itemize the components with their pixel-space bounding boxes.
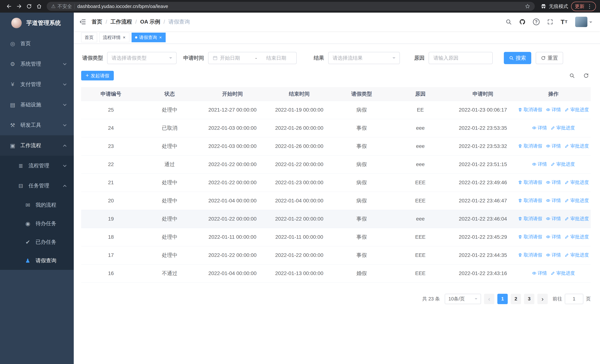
action-detail-link[interactable]: 详情 (546, 107, 561, 113)
action-detail-link[interactable]: 详情 (546, 234, 561, 240)
action-detail-link[interactable]: 详情 (546, 143, 561, 149)
create-leave-button[interactable]: + 发起请假 (81, 71, 114, 80)
table-row: 17处理中2022-01-22 00:00:002022-01-22 00:00… (81, 246, 591, 264)
sidebar-item-leave-query[interactable]: ♟请假查询 (0, 251, 74, 270)
goto-page-input[interactable] (565, 294, 583, 304)
action-cancel-link[interactable]: 取消请假 (518, 107, 542, 113)
page-size-select[interactable]: 10条/页 (445, 294, 481, 304)
table-tools (569, 73, 589, 78)
end-date-placeholder: 结束日期 (260, 55, 292, 61)
home-icon[interactable] (34, 1, 44, 11)
back-icon[interactable] (4, 1, 14, 11)
column-header: 开始时间 (199, 87, 266, 101)
action-progress-link[interactable]: 审批进度 (551, 161, 575, 167)
page-button-1[interactable]: 1 (497, 294, 508, 304)
sidebar-item-infrastructure[interactable]: ▤基础设施 (0, 94, 74, 115)
github-icon[interactable] (519, 19, 525, 25)
action-cancel-link[interactable]: 取消请假 (518, 234, 542, 240)
search-toggle-icon[interactable] (569, 73, 575, 78)
action-cancel-link[interactable]: 取消请假 (518, 143, 542, 149)
sidebar-item-process-mgmt[interactable]: ≣流程管理 (0, 156, 74, 176)
filter-leave-type: 请假类型 请选择请假类型 (81, 52, 177, 64)
action-cancel-link[interactable]: 取消请假 (518, 215, 542, 222)
leave-type-select[interactable]: 请选择请假类型 (107, 52, 177, 64)
action-progress-link[interactable]: 审批进度 (565, 197, 589, 204)
action-progress-link[interactable]: 审批进度 (565, 107, 589, 113)
action-progress-link[interactable]: 审批进度 (551, 270, 575, 276)
next-page-button[interactable]: › (537, 294, 548, 304)
user-menu[interactable] (575, 17, 592, 27)
action-progress-link[interactable]: 审批进度 (565, 234, 589, 240)
action-progress-link[interactable]: 审批进度 (551, 125, 575, 131)
cell-applied: 2022-01-22 23:46:47 (450, 192, 516, 210)
cell-end: 2022-01-23 00:00:00 (266, 173, 332, 192)
edit-icon (565, 180, 569, 185)
reset-button[interactable]: 重置 (536, 52, 563, 64)
reload-icon[interactable] (24, 1, 34, 11)
sidebar-item-task-mgmt[interactable]: ⊟任务管理 (0, 176, 74, 196)
action-detail-link[interactable]: 详情 (546, 197, 561, 204)
action-detail-link[interactable]: 详情 (546, 179, 561, 185)
breadcrumb-item[interactable]: 首页 (92, 18, 102, 26)
tab-process-detail[interactable]: 流程详情× (99, 33, 129, 42)
action-cancel-link[interactable]: 取消请假 (518, 252, 542, 258)
page-button-2[interactable]: 2 (511, 294, 521, 304)
sidebar-item-todo-task[interactable]: ◉待办任务 (0, 214, 74, 233)
action-progress-link[interactable]: 审批进度 (565, 179, 589, 185)
sidebar-item-my-process[interactable]: ✉我的流程 (0, 196, 74, 214)
forward-icon[interactable] (14, 1, 24, 11)
cell-status: 处理中 (141, 246, 199, 264)
app-logo[interactable]: 芋道管理系统 (0, 13, 74, 33)
tab-leave-query[interactable]: 请假查询× (131, 33, 166, 42)
font-size-icon[interactable]: TT (561, 18, 568, 26)
table-toolbar: + 发起请假 (81, 71, 591, 80)
bookmark-star-icon[interactable] (525, 3, 530, 9)
help-icon[interactable]: ? (533, 19, 540, 25)
result-label: 结果 (313, 55, 324, 62)
breadcrumb-item[interactable]: 工作流程 (111, 18, 132, 26)
fullscreen-icon[interactable] (547, 19, 553, 25)
action-detail-link[interactable]: 详情 (532, 270, 547, 276)
action-label: 审批进度 (570, 234, 589, 240)
address-bar[interactable]: ⚠ 不安全 dashboard.yudao.iocoder.cn/bpm/oa/… (47, 2, 535, 11)
action-progress-link[interactable]: 审批进度 (565, 143, 589, 149)
action-progress-link[interactable]: 审批进度 (565, 215, 589, 222)
search-button[interactable]: 搜索 (504, 52, 531, 64)
action-detail-link[interactable]: 详情 (546, 215, 561, 222)
sidebar-item-system[interactable]: ⚙系统管理 (0, 54, 74, 74)
site-security-warning[interactable]: ⚠ 不安全 (51, 3, 72, 10)
result-select[interactable]: 请选择流结果 (328, 52, 400, 64)
sidebar-item-devtools[interactable]: ⚒研发工具 (0, 115, 74, 135)
breadcrumb-item[interactable]: OA 示例 (140, 18, 160, 26)
tab-home[interactable]: 首页 (81, 33, 97, 42)
search-icon[interactable] (506, 19, 512, 25)
table-row: 23处理中2022-01-03 00:00:002022-01-26 00:00… (81, 137, 591, 155)
sidebar-item-home[interactable]: ◎首页 (0, 33, 74, 54)
sidebar-collapse-icon[interactable] (74, 13, 92, 31)
action-cancel-link[interactable]: 取消请假 (518, 197, 542, 204)
action-detail-link[interactable]: 详情 (546, 252, 561, 258)
sidebar-item-label: 研发工具 (20, 121, 41, 129)
url-text[interactable]: dashboard.yudao.iocoder.cn/bpm/oa/leave (77, 3, 522, 9)
cell-type: 病假 (332, 101, 391, 119)
refresh-icon[interactable] (583, 73, 589, 78)
close-icon[interactable]: × (122, 35, 126, 40)
page-button-3[interactable]: 3 (524, 294, 534, 304)
trash-icon (518, 198, 522, 203)
close-icon[interactable]: × (159, 35, 162, 40)
more-menu-icon[interactable]: ⋮ (587, 3, 592, 9)
cell-id: 20 (81, 192, 141, 210)
action-cancel-link[interactable]: 取消请假 (518, 179, 542, 185)
sidebar-item-done-task[interactable]: ✔已办任务 (0, 233, 74, 251)
sidebar-item-workflow[interactable]: ▣工作流程 (0, 135, 74, 156)
reason-input[interactable] (433, 55, 488, 61)
browser-update-button[interactable]: 更新 ⋮ (571, 2, 596, 11)
action-detail-link[interactable]: 详情 (532, 125, 547, 131)
prev-page-button[interactable]: ‹ (484, 294, 494, 304)
apply-time-range-picker[interactable]: 开始日期 - 结束日期 (208, 52, 297, 64)
user-icon: ♟ (24, 257, 31, 264)
sidebar-item-payment[interactable]: ¥支付管理 (0, 74, 74, 94)
filter-form: 请假类型 请选择请假类型 申请时间 开始日期 - 结束日期 (81, 52, 591, 64)
action-detail-link[interactable]: 详情 (532, 161, 547, 167)
action-progress-link[interactable]: 审批进度 (565, 252, 589, 258)
